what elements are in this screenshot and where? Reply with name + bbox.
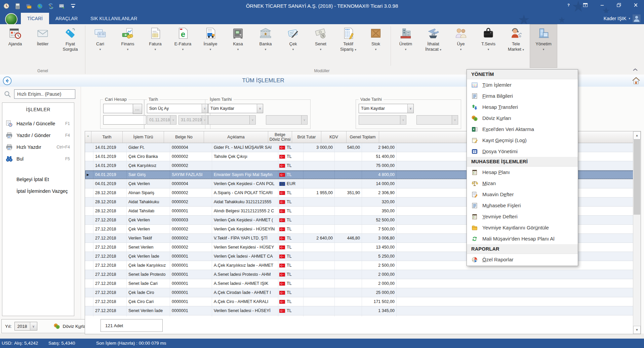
tab-sik-kullanilanlar[interactable]: SIK KULLANILANLAR [84, 13, 144, 24]
module-kasa-button[interactable]: Kasa▾ [224, 24, 252, 68]
table-row-17[interactable]: 27.12.2018Çek İade Ciro0000001A.Çek Ciro… [85, 288, 641, 297]
window-controls: ? [560, 0, 644, 10]
restore-icon [616, 3, 621, 7]
cell-tarih: 27.12.2018 [93, 270, 127, 279]
cell-doviz-cinsi: TL [278, 261, 304, 270]
minimize-button[interactable] [594, 0, 610, 10]
menu-item-döviz-kurları[interactable]: €$Döviz Kurları [467, 113, 578, 124]
scrollbar-thumb[interactable] [634, 139, 640, 215]
sidebar-item-bul[interactable]: BulF5 [2, 153, 74, 165]
cari-hesap-input[interactable] [103, 104, 135, 113]
module-senet-button[interactable]: Senet▾ [307, 24, 334, 68]
last-operation-status: Son İşlem (Hazırla) : 00:00 079 ms [96, 341, 166, 346]
back-button[interactable] [3, 76, 12, 85]
menu-item-firma-bilgileri[interactable]: Firma Bilgileri [467, 90, 578, 101]
sidebar-item-belgeyi-i-ptal-et[interactable]: Belgeyi İptal Et [2, 173, 74, 185]
menu-item-yevmiye-kayıtlarını-görüntüle[interactable]: Yevmiye Kayıtlarını Görüntüle [467, 222, 578, 233]
module-cari-button[interactable]: Cari▾ [86, 24, 114, 68]
module-üye-button[interactable]: Üye▾ [447, 24, 475, 68]
cell-doviz-cinsi: EUR [278, 179, 304, 188]
column-header-belge-döviz-cinsi[interactable]: Belge Döviz Cinsi [268, 131, 292, 143]
module-teklif-sipariş-button[interactable]: TeklifSipariş ▾ [334, 24, 362, 68]
column-header-kdv[interactable]: KDV [321, 131, 347, 143]
module-fiyat-sorgula-button[interactable]: FiyatSorgula [56, 24, 84, 68]
menu-item-mizan[interactable]: Mizan [467, 178, 578, 189]
collapse-ribbon-button[interactable] [632, 67, 639, 73]
column-header-açıklama[interactable]: Açıklama [204, 131, 268, 143]
table-row-19[interactable]: 27.12.2018Senet Verilen İade0000001Veril… [85, 306, 641, 315]
close-button[interactable] [627, 0, 644, 10]
module-label: İletiler [37, 41, 49, 47]
module-i-thalat-i-hracat-button[interactable]: İthalatİhracat ▾ [419, 24, 447, 68]
tarih-select[interactable]: Son Üç Ay ∨ [147, 104, 208, 113]
menu-item-excel-den-veri-aktarma[interactable]: XExcel'den Veri Aktarma [467, 124, 578, 135]
menu-item-hesap-planı[interactable]: Hesap Planı [467, 167, 578, 178]
tab-ti-cari[interactable]: TİCARİ [21, 13, 49, 24]
module-t-sevis-button[interactable]: T.Sevis▾ [475, 24, 502, 68]
menu-item-mali-müşavir-den-hesap-planı-al[interactable]: Mali Müşavir'den Hesap Planı Al [467, 233, 578, 244]
scroll-up-button[interactable]: ▲ [633, 131, 641, 139]
module-e-fatura-button[interactable]: eE-Fatura▾ [169, 24, 197, 68]
cari-hesap-browse-button[interactable]: ... [133, 104, 142, 114]
printer-icon [6, 144, 13, 150]
menu-item-yevmiye-defteri[interactable]: Yevmiye Defteri [467, 211, 578, 222]
menu-item-muavin-defter[interactable]: Muavin Defter [467, 189, 578, 200]
cell-aciklama: Verilen Çek İadesi - AHMET CA [212, 252, 278, 261]
module-stok-button[interactable]: Stok▾ [362, 24, 390, 68]
module-finans-button[interactable]: Finans▾ [114, 24, 142, 68]
cell-brut-tutar [304, 161, 335, 170]
menu-item-özel-raporlar[interactable]: Özel Raporlar [467, 254, 578, 265]
cell-brut-tutar: 1 955,00 [304, 188, 335, 197]
cell-tarih: 14.01.2019 [93, 152, 127, 161]
tab-araçlar[interactable]: ARAÇLAR [49, 13, 84, 24]
menu-item-label: Excel'den Veri Aktarma [482, 126, 534, 132]
menu-item-dosya-yönetimi[interactable]: Dosya Yönetimi [467, 146, 578, 157]
cell-brut-tutar: 3 000,00 [304, 143, 335, 152]
menu-item-muhasebe-fişleri[interactable]: Muhasebe Fişleri [467, 200, 578, 211]
module-i-rsaliye-button[interactable]: İrsaliye▾ [197, 24, 224, 68]
chevron-down-icon: ∨ [301, 116, 307, 124]
column-header-i-şlem-türü[interactable]: İşlem Türü [123, 131, 164, 143]
table-row-18[interactable]: 27.12.2018Çek Ciro Cari0000001A.Çek Ciro… [85, 297, 641, 306]
table-row-15[interactable]: 27.12.2018Senet İade Protesto0000001A.Se… [85, 270, 641, 279]
help-button[interactable]: ? [560, 0, 577, 10]
sidebar-item-hazırla-güncelle[interactable]: Hazırla / GüncelleF1 [2, 118, 74, 129]
scroll-down-button[interactable]: ▼ [633, 326, 641, 334]
tservice-icon [482, 27, 495, 39]
module-fatura-button[interactable]: Fatura▾ [142, 24, 169, 68]
module-i-letiler-button[interactable]: İletiler [29, 24, 56, 68]
chevron-down-icon: ▾ [155, 48, 156, 51]
column-header-genel-toplam[interactable]: Genel Toplam [347, 131, 379, 143]
table-row-16[interactable]: 27.12.2018Senet İade Cari0000001A.Senet … [85, 279, 641, 288]
cari-hesap-input-2[interactable] [103, 115, 146, 125]
restore-button[interactable] [610, 0, 627, 10]
sidebar-item-yazdır-gönder[interactable]: Yazdır / GönderF4 [2, 129, 74, 141]
column-header-brüt-tutar[interactable]: Brüt Tutar [292, 131, 321, 143]
doviz-kurlari-link[interactable]: €$ Döviz Kurları [53, 323, 89, 329]
module-banka-button[interactable]: Banka▾ [252, 24, 279, 68]
menu-item-hesap-transferi[interactable]: Hesap Transferi [467, 101, 578, 113]
menu-item-kayıt-geçmişi-log[interactable]: Kayıt Geçmişi (Log) [467, 135, 578, 146]
module-çek-button[interactable]: Çek▾ [279, 24, 307, 68]
module-yönetim-button[interactable]: Yönetim▾ [530, 24, 557, 68]
quick-access-search-input[interactable] [14, 89, 75, 99]
cell-genel-toplam: 14 000,00 [362, 179, 397, 188]
module-tele-market-button[interactable]: TeleMarket ▾ [502, 24, 530, 68]
cell-brut-tutar [304, 179, 335, 188]
currency-code: EUR [287, 181, 295, 186]
menu-item-tüm-i-şlemler[interactable]: Tüm İşlemler [467, 79, 578, 90]
fullscreen-button[interactable] [577, 0, 594, 10]
table-row-20[interactable]: 27.12.2018Senet İade Ci0000001A.Senet Ci… [85, 315, 641, 316]
sidebar-item-hızlı-yazdır[interactable]: Hızlı YazdırCtrl+F4 [2, 141, 74, 153]
module-üretim-button[interactable]: Üretim▾ [392, 24, 419, 68]
teknomax-window: ★ ★ €$ ÖRNEK TİCARET SANAYİ A.Ş. (2018) … [0, 0, 644, 348]
column-header-tarih[interactable]: Tarih [91, 131, 123, 143]
home-button[interactable] [632, 76, 641, 85]
vade-tarihi-select[interactable]: Tüm Kayıtlar ∨ [359, 104, 414, 113]
islem-tarihi-select[interactable]: Tüm Kayıtlar ∨ [208, 104, 263, 113]
year-select[interactable]: 2018 ∨ [14, 322, 37, 331]
module-ajanda-button[interactable]: Ajanda [1, 24, 29, 68]
user-menu[interactable]: Kader IŞIK ▾ [604, 13, 641, 24]
sidebar-item-i-ptal-i-şleminden-vazgeç[interactable]: İptal İşleminden Vazgeç [2, 185, 74, 197]
column-header-belge-no[interactable]: Belge No [164, 131, 204, 143]
